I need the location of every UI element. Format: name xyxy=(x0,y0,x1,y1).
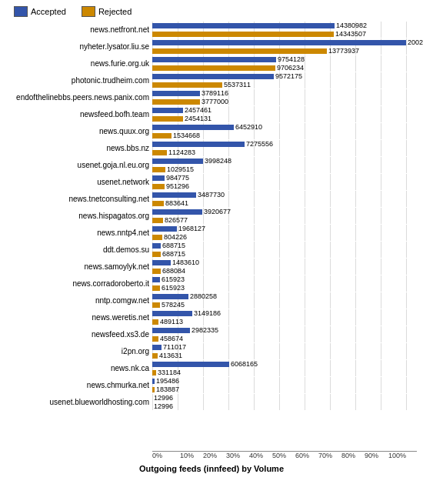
bar-label: news.nk.ca xyxy=(6,364,152,372)
bar-label: news.netfront.net xyxy=(6,25,152,34)
bar-label: news.samoylyk.net xyxy=(6,262,152,271)
bar-label: nyheter.lysator.liu.se xyxy=(6,42,152,51)
rejected-label: Rejected xyxy=(98,7,132,16)
bar-label: i2pn.org xyxy=(6,347,152,355)
bar-row: i2pn.org711017413631 xyxy=(6,343,417,359)
bar-label: ddt.demos.su xyxy=(6,245,152,254)
bar-label: newsfeed.xs3.de xyxy=(6,330,152,339)
bar-label: nntp.comgw.net xyxy=(6,296,152,305)
bar-row: photonic.trudheim.com95721755537311 xyxy=(6,72,417,88)
bar-row: endofthelinebbs.peers.news.panix.com3789… xyxy=(6,89,417,105)
bar-label: news.hispagatos.org xyxy=(6,212,152,220)
legend-rejected: Rejected xyxy=(82,6,132,17)
bar-label: news.corradoroberto.it xyxy=(6,279,152,288)
bar-row: ddt.demos.su688715688715 xyxy=(6,242,417,258)
bar-label: news.quux.org xyxy=(6,127,152,135)
bar-label: news.bbs.nz xyxy=(6,144,152,152)
bar-row: nyheter.lysator.liu.se2002899113773937 xyxy=(6,38,417,55)
bar-row: usenet.network984775951296 xyxy=(6,174,417,190)
bar-row: usenet.blueworldhosting.com1299612996 xyxy=(6,394,417,410)
bar-row: news.chmurka.net195486183887 xyxy=(6,377,417,393)
bar-row: news.furie.org.uk97541289706234 xyxy=(6,55,417,72)
bar-row: news.bbs.nz72755561124283 xyxy=(6,140,417,156)
bar-row: news.corradoroberto.it615923615923 xyxy=(6,275,417,292)
bar-label: newsfeed.bofh.team xyxy=(6,110,152,118)
bar-row: newsfeed.xs3.de2982335458674 xyxy=(6,326,417,342)
chart-container: Accepted Rejected news.netfront.net14380… xyxy=(0,0,423,504)
bar-row: newsfeed.bofh.team24574612454131 xyxy=(6,106,417,122)
legend: Accepted Rejected xyxy=(14,6,417,17)
bar-row: news.samoylyk.net1483610688084 xyxy=(6,259,417,275)
bar-label: news.tnetconsulting.net xyxy=(6,195,152,203)
bar-row: nntp.comgw.net2880258578245 xyxy=(6,292,417,309)
bar-row: news.hispagatos.org3920677826577 xyxy=(6,208,417,224)
legend-accepted: Accepted xyxy=(14,6,66,17)
bar-row: usenet.goja.nl.eu.org39982481029515 xyxy=(6,157,417,173)
accepted-color-box xyxy=(14,6,28,17)
rejected-color-box xyxy=(82,6,95,17)
bar-row: news.quux.org64529101534668 xyxy=(6,123,417,139)
bar-row: news.netfront.net1438098214343507 xyxy=(6,22,417,38)
accepted-label: Accepted xyxy=(31,7,66,16)
bar-row: news.weretis.net3149186489113 xyxy=(6,309,417,325)
bar-row: news.nntp4.net1968127804226 xyxy=(6,225,417,241)
bar-label: usenet.network xyxy=(6,178,152,186)
chart-title: Outgoing feeds (innfeed) by Volume xyxy=(6,464,417,473)
bar-label: photonic.trudheim.com xyxy=(6,76,152,85)
bar-label: news.weretis.net xyxy=(6,313,152,322)
bar-label: endofthelinebbs.peers.news.panix.com xyxy=(6,93,152,102)
bar-label: usenet.blueworldhosting.com xyxy=(6,398,152,406)
bar-row: news.tnetconsulting.net3487730883641 xyxy=(6,191,417,207)
bar-row: news.nk.ca6068165331184 xyxy=(6,360,417,376)
bar-label: news.furie.org.uk xyxy=(6,59,152,68)
bar-label: news.nntp4.net xyxy=(6,229,152,237)
bar-label: news.chmurka.net xyxy=(6,381,152,389)
bar-label: usenet.goja.nl.eu.org xyxy=(6,161,152,169)
